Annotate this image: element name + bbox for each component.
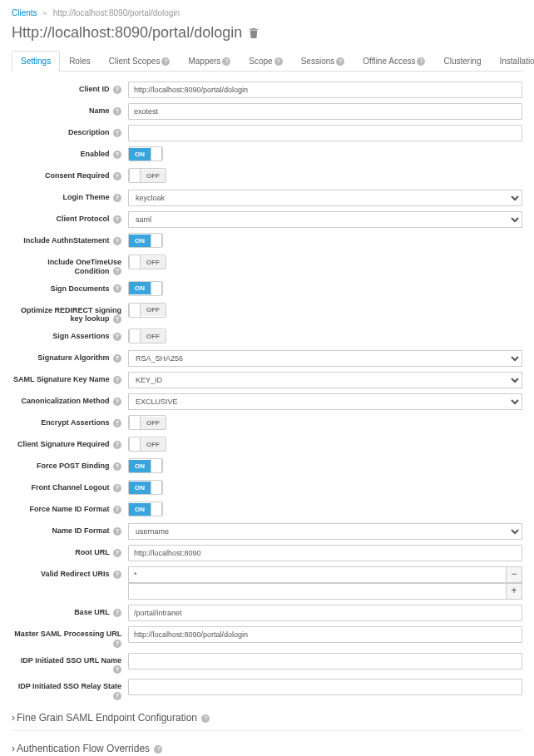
help-icon[interactable]: ? (113, 315, 121, 324)
field-label: Optimize REDIRECT signing key lookup ? (12, 303, 128, 324)
field-label: Description ? (12, 125, 128, 137)
text-input[interactable] (128, 545, 522, 561)
help-icon[interactable]: ? (113, 354, 121, 363)
help-icon[interactable]: ? (113, 284, 121, 293)
tabs: SettingsRolesClient Scopes?Mappers?Scope… (12, 50, 522, 72)
field-label: Base URL ? (12, 605, 128, 617)
help-icon[interactable]: ? (154, 745, 162, 754)
help-icon[interactable]: ? (113, 640, 121, 648)
toggle[interactable]: ON (128, 281, 163, 296)
help-icon[interactable]: ? (113, 549, 121, 557)
help-icon[interactable]: ? (113, 237, 121, 245)
collapsible-section[interactable]: ›Fine Grain SAML Endpoint Configuration … (12, 705, 522, 731)
toggle[interactable]: OFF (128, 254, 166, 269)
collapsible-section[interactable]: ›Authentication Flow Overrides ? (12, 736, 522, 756)
text-input[interactable] (128, 125, 522, 141)
breadcrumb-current: http://localhost:8090/portal/dologin (53, 8, 180, 17)
help-icon: ? (336, 57, 344, 66)
select-input[interactable]: RSA_SHA256 (128, 350, 522, 367)
remove-uri-button[interactable]: − (506, 566, 522, 583)
toggle[interactable]: OFF (128, 437, 166, 452)
help-icon[interactable]: ? (113, 665, 121, 674)
field-label: Name ID Format ? (12, 523, 128, 536)
tab-offline-access[interactable]: Offline Access? (354, 51, 434, 72)
help-icon[interactable]: ? (113, 86, 121, 94)
select-input[interactable]: keycloak (128, 190, 522, 206)
field-label: Encrypt Assertions ? (12, 415, 128, 427)
help-icon[interactable]: ? (113, 398, 121, 406)
toggle[interactable]: ON (128, 480, 163, 495)
text-input[interactable] (128, 626, 522, 643)
text-input[interactable] (128, 605, 522, 621)
text-input[interactable] (128, 103, 522, 120)
field-label: Sign Documents ? (12, 281, 128, 294)
field-label: Client Protocol ? (12, 211, 128, 224)
toggle[interactable]: ON (128, 458, 163, 473)
help-icon[interactable]: ? (113, 462, 121, 471)
select-input[interactable]: KEY_ID (128, 372, 522, 388)
help-icon[interactable]: ? (113, 376, 121, 384)
help-icon[interactable]: ? (113, 692, 121, 700)
toggle[interactable]: ON (128, 146, 163, 161)
chevron-right-icon: › (12, 712, 15, 724)
help-icon[interactable]: ? (113, 609, 121, 617)
help-icon[interactable]: ? (113, 194, 121, 202)
redirect-uri-input[interactable] (128, 566, 506, 583)
field-label: Valid Redirect URIs ? (12, 566, 128, 579)
select-input[interactable]: saml (128, 211, 522, 228)
text-input[interactable] (128, 679, 522, 695)
tab-installation[interactable]: Installation? (490, 51, 534, 72)
help-icon[interactable]: ? (113, 107, 121, 116)
redirect-uri-input-new[interactable] (128, 583, 506, 600)
breadcrumb-clients-link[interactable]: Clients (12, 8, 37, 17)
help-icon[interactable]: ? (113, 172, 121, 180)
settings-form: Client ID ?Name ?Description ?Enabled ?O… (12, 82, 522, 700)
select-input[interactable]: username (128, 523, 522, 540)
select-input[interactable]: EXCLUSIVE (128, 393, 522, 410)
toggle[interactable]: OFF (128, 415, 166, 430)
help-icon[interactable]: ? (113, 267, 121, 275)
page-title: Http://localhost:8090/portal/dologin (12, 24, 522, 42)
field-label: Front Channel Logout ? (12, 480, 128, 492)
help-icon[interactable]: ? (113, 333, 121, 341)
field-label: Include OneTimeUse Condition ? (12, 254, 128, 276)
tab-roles[interactable]: Roles (60, 51, 100, 72)
text-input[interactable] (128, 653, 522, 670)
tab-client-scopes[interactable]: Client Scopes? (100, 51, 180, 72)
add-uri-button[interactable]: + (506, 583, 522, 600)
toggle[interactable]: ON (128, 233, 163, 248)
field-label: SAML Signature Key Name ? (12, 372, 128, 384)
help-icon[interactable]: ? (113, 151, 121, 159)
help-icon: ? (222, 57, 230, 66)
tab-settings[interactable]: Settings (12, 51, 60, 72)
tab-sessions[interactable]: Sessions? (292, 51, 354, 72)
help-icon[interactable]: ? (113, 441, 121, 449)
field-label: Consent Required ? (12, 168, 128, 180)
breadcrumb-separator: » (42, 8, 47, 17)
field-label: Client Signature Required ? (12, 437, 128, 449)
field-label: Signature Algorithm ? (12, 350, 128, 363)
field-label: IDP Initiated SSO URL Name ? (12, 653, 128, 674)
field-label: Name ? (12, 103, 128, 116)
toggle[interactable]: ON (128, 502, 163, 516)
tab-mappers[interactable]: Mappers? (179, 51, 240, 72)
help-icon[interactable]: ? (113, 419, 121, 427)
help-icon[interactable]: ? (113, 506, 121, 514)
tab-scope[interactable]: Scope? (240, 51, 291, 72)
text-input[interactable] (128, 82, 522, 98)
chevron-right-icon: › (12, 743, 15, 754)
tab-clustering[interactable]: Clustering (434, 51, 490, 72)
toggle[interactable]: OFF (128, 168, 166, 183)
toggle[interactable]: OFF (128, 329, 166, 343)
breadcrumb: Clients » http://localhost:8090/portal/d… (12, 8, 522, 17)
help-icon[interactable]: ? (113, 215, 121, 224)
help-icon[interactable]: ? (201, 714, 210, 723)
help-icon[interactable]: ? (113, 571, 121, 579)
toggle[interactable]: OFF (128, 303, 166, 318)
field-label: Client ID ? (12, 82, 128, 94)
trash-icon[interactable] (249, 27, 259, 39)
help-icon[interactable]: ? (113, 484, 121, 492)
help-icon[interactable]: ? (113, 129, 121, 137)
help-icon[interactable]: ? (113, 527, 121, 536)
field-label: Root URL ? (12, 545, 128, 557)
